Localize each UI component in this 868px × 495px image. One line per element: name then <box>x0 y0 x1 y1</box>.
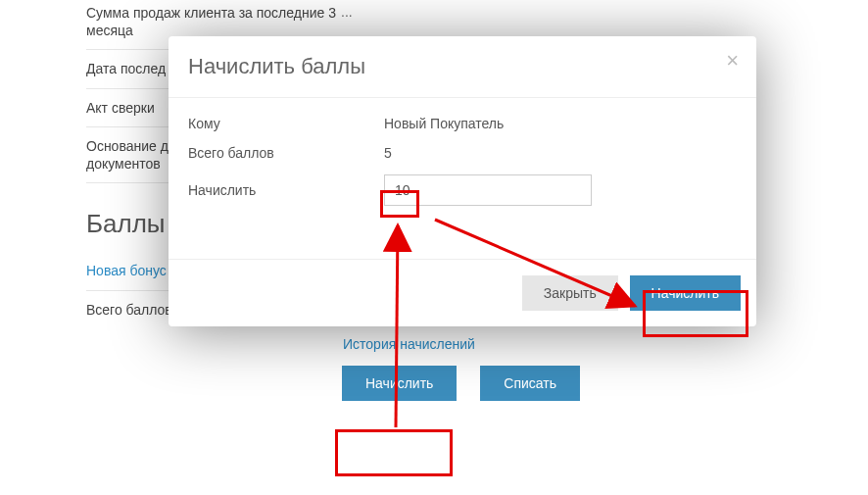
modal-total-value: 5 <box>384 145 392 161</box>
close-icon[interactable]: × <box>726 50 739 72</box>
modal-row-to: Кому Новый Покупатель <box>188 116 737 131</box>
modal-row-total: Всего баллов 5 <box>188 145 737 161</box>
modal-body: Кому Новый Покупатель Всего баллов 5 Нач… <box>169 98 756 259</box>
accrue-points-modal: Начислить баллы × Кому Новый Покупатель … <box>169 36 756 326</box>
modal-to-value: Новый Покупатель <box>384 116 504 131</box>
modal-close-button[interactable]: Закрыть <box>522 275 618 311</box>
modal-overlay: Начислить баллы × Кому Новый Покупатель … <box>0 0 868 495</box>
modal-to-label: Кому <box>188 116 384 131</box>
modal-row-accrue: Начислить <box>188 174 737 206</box>
modal-accrue-label: Начислить <box>188 182 384 198</box>
modal-title: Начислить баллы <box>188 54 737 79</box>
modal-header: Начислить баллы × <box>169 36 756 98</box>
modal-total-label: Всего баллов <box>188 145 384 161</box>
modal-accrue-button[interactable]: Начислить <box>630 275 741 311</box>
modal-footer: Закрыть Начислить <box>169 259 756 326</box>
accrue-amount-input[interactable] <box>384 174 592 206</box>
